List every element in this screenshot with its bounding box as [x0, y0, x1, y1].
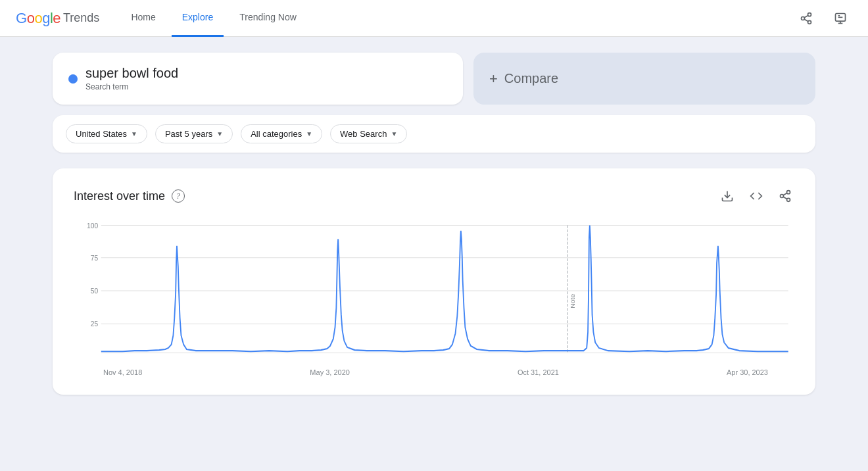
type-chevron: ▼ [391, 130, 397, 137]
x-label-2: May 3, 2020 [310, 368, 350, 376]
svg-line-4 [804, 15, 808, 17]
chart-actions [718, 187, 794, 205]
time-chevron: ▼ [216, 130, 223, 137]
region-chevron: ▼ [131, 130, 137, 137]
search-type-label: Search term [85, 82, 178, 91]
search-term: super bowl food [85, 66, 178, 81]
nav-explore[interactable]: Explore [172, 0, 224, 37]
feedback-button[interactable] [829, 7, 852, 30]
category-chevron: ▼ [306, 130, 312, 137]
embed-icon [750, 189, 763, 203]
category-label: All categories [251, 129, 302, 139]
time-label: Past 5 years [165, 129, 212, 139]
time-filter[interactable]: Past 5 years ▼ [155, 124, 233, 143]
search-section: super bowl food Search term + Compare [53, 53, 815, 105]
header: Google Trends Home Explore Trending Now [0, 0, 868, 37]
svg-point-13 [787, 198, 790, 201]
svg-point-0 [808, 12, 811, 16]
help-icon[interactable]: ? [172, 189, 185, 203]
embed-button[interactable] [747, 187, 765, 205]
search-dot [68, 74, 78, 84]
region-label: United States [76, 129, 127, 139]
svg-line-15 [783, 193, 787, 195]
chart-share-icon [779, 189, 792, 203]
region-filter[interactable]: United States ▼ [66, 124, 147, 143]
svg-text:25: 25 [91, 320, 98, 328]
svg-text:50: 50 [91, 287, 98, 295]
compare-card[interactable]: + Compare [473, 53, 815, 105]
svg-point-2 [808, 20, 811, 24]
chart-share-button[interactable] [776, 187, 794, 205]
svg-text:Note: Note [569, 293, 575, 309]
logo: Google Trends [16, 10, 99, 27]
nav-home[interactable]: Home [120, 0, 166, 37]
download-button[interactable] [718, 187, 736, 205]
svg-line-3 [804, 19, 808, 21]
x-label-4: Apr 30, 2023 [727, 368, 768, 376]
share-icon [800, 12, 813, 25]
header-actions [794, 7, 852, 30]
filter-bar: United States ▼ Past 5 years ▼ All categ… [53, 115, 815, 153]
interest-chart: 100 75 50 25 Note [74, 218, 794, 363]
x-axis-labels: Nov 4, 2018 May 3, 2020 Oct 31, 2021 Apr… [74, 366, 794, 376]
logo-trends-text: Trends [63, 11, 99, 25]
type-filter[interactable]: Web Search ▼ [330, 124, 407, 143]
compare-plus-icon: + [489, 70, 498, 87]
feedback-icon [834, 12, 847, 25]
svg-text:100: 100 [87, 221, 98, 230]
svg-line-14 [783, 197, 787, 199]
chart-wrapper: 100 75 50 25 Note Nov 4, 2018 May 3, 202… [74, 218, 794, 376]
x-label-3: Oct 31, 2021 [518, 368, 559, 376]
svg-point-11 [787, 191, 790, 194]
x-label-1: Nov 4, 2018 [103, 368, 142, 376]
download-icon [721, 189, 734, 203]
chart-title-row: Interest over time ? [74, 189, 185, 203]
svg-point-1 [802, 16, 805, 20]
chart-header: Interest over time ? [74, 187, 794, 205]
logo-google-text: Google [16, 10, 60, 27]
search-text-block: super bowl food Search term [85, 66, 178, 91]
search-card: super bowl food Search term [53, 53, 463, 105]
compare-label: Compare [504, 71, 558, 86]
chart-title: Interest over time [74, 189, 165, 203]
type-label: Web Search [340, 129, 387, 139]
svg-text:75: 75 [91, 253, 98, 262]
category-filter[interactable]: All categories ▼ [241, 124, 322, 143]
svg-point-12 [781, 195, 784, 198]
share-button[interactable] [794, 7, 818, 30]
main-nav: Home Explore Trending Now [120, 0, 794, 37]
main-content: super bowl food Search term + Compare Un… [0, 37, 868, 410]
nav-trending[interactable]: Trending Now [229, 0, 307, 37]
chart-card: Interest over time ? [53, 168, 815, 395]
